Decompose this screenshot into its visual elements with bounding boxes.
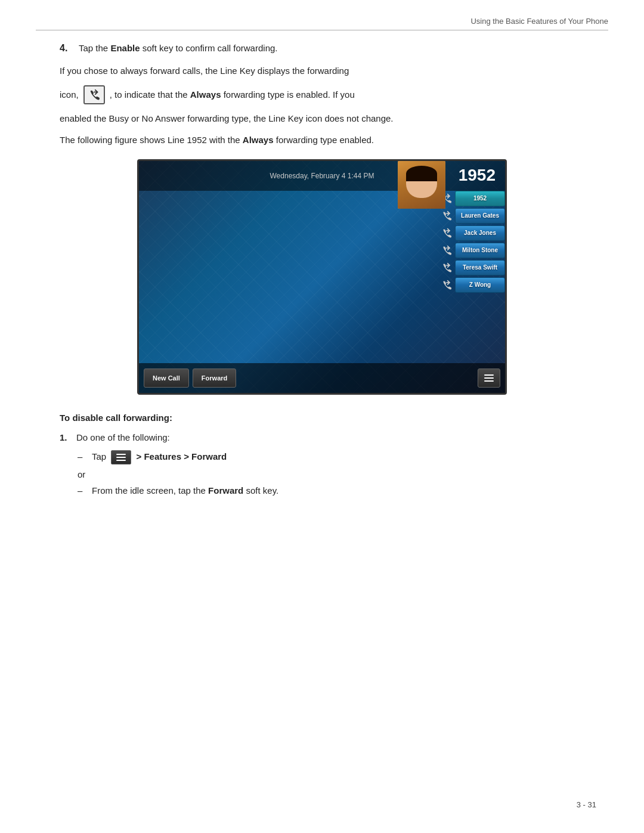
svg-rect-5 <box>116 460 126 461</box>
line-key-4-btn[interactable]: Milton Stone <box>455 243 505 258</box>
line-key-3-icon <box>439 226 454 240</box>
line-key-5-icon <box>439 261 454 275</box>
disable-section: To disable call forwarding: 1. Do one of… <box>60 413 584 498</box>
line-key-5-btn[interactable]: Teresa Swift <box>455 260 505 275</box>
bullet-1: – Tap > Features > Forward <box>78 450 584 465</box>
header-title: Using the Basic Features of Your Phone <box>470 17 608 26</box>
para2: icon, , to indicate that the Always forw… <box>60 85 584 104</box>
line-key-3[interactable]: Jack Jones <box>439 225 505 241</box>
step-4-text: Tap the Enable soft key to confirm call … <box>79 42 277 55</box>
bullet-1-bold: > Features > Forward <box>137 451 227 462</box>
step-4-number: 4. <box>60 43 72 54</box>
line-key-6-icon <box>439 278 454 292</box>
line-key-6-btn[interactable]: Z Wong <box>455 277 505 293</box>
bullet-2-text: From the idle screen, tap the Forward so… <box>92 484 278 498</box>
or-separator: or <box>78 469 584 479</box>
bullet-1-dash: – <box>78 451 86 462</box>
line-key-2-icon <box>439 209 454 223</box>
page-number: 3 - 31 <box>577 800 596 809</box>
svg-rect-4 <box>116 457 126 458</box>
para2-start: icon, <box>60 88 79 102</box>
line-key-1[interactable]: 1952 <box>439 191 505 206</box>
menu-softkey[interactable] <box>478 368 500 388</box>
phone-softkeys-bar: New Call Forward <box>139 363 505 393</box>
svg-rect-2 <box>484 380 494 382</box>
line-key-4[interactable]: Milton Stone <box>439 243 505 258</box>
para4: The following figure shows Line 1952 wit… <box>60 133 584 147</box>
forward-icon-inline <box>83 85 105 104</box>
avatar-image <box>398 161 445 209</box>
line-keys-panel: 1952 Lauren Gates <box>439 161 505 363</box>
para1: If you chose to always forward calls, th… <box>60 64 584 78</box>
content-area: 4. Tap the Enable soft key to confirm ca… <box>60 42 584 503</box>
forward-softkey[interactable]: Forward <box>193 368 236 388</box>
line-key-2[interactable]: Lauren Gates <box>439 208 505 224</box>
disable-heading: To disable call forwarding: <box>60 413 584 423</box>
phone-datetime: Wednesday, February 4 1:44 PM <box>270 172 374 180</box>
phone-screen: Wednesday, February 4 1:44 PM 1952 <box>137 159 507 395</box>
step-1-text: Do one of the following: <box>76 431 170 445</box>
page-header: Using the Basic Features of Your Phone <box>470 17 608 26</box>
line-key-2-btn[interactable]: Lauren Gates <box>455 208 505 224</box>
para2-mid: , to indicate that the Always forwarding… <box>110 88 355 102</box>
line-key-6[interactable]: Z Wong <box>439 277 505 293</box>
bullet-2-dash: – <box>78 485 86 496</box>
line-key-3-btn[interactable]: Jack Jones <box>455 225 505 241</box>
svg-rect-0 <box>484 374 494 376</box>
new-call-softkey[interactable]: New Call <box>144 368 189 388</box>
step-1-number: 1. <box>60 432 70 442</box>
header-divider <box>36 30 608 30</box>
step-4-container: 4. Tap the Enable soft key to confirm ca… <box>60 42 584 55</box>
bullet-1-text: Tap > Features > Forward <box>92 450 227 465</box>
avatar-hair <box>406 166 437 181</box>
phone-avatar <box>398 161 445 209</box>
phone-screen-wrapper: Wednesday, February 4 1:44 PM 1952 <box>60 159 584 395</box>
bullet-2: – From the idle screen, tap the Forward … <box>78 484 584 498</box>
disable-step-1: 1. Do one of the following: <box>60 431 584 445</box>
svg-rect-1 <box>484 377 494 379</box>
line-key-1-btn[interactable]: 1952 <box>455 191 505 206</box>
line-key-5[interactable]: Teresa Swift <box>439 260 505 275</box>
line-key-4-icon <box>439 243 454 258</box>
para3: enabled the Busy or No Answer forwarding… <box>60 112 584 126</box>
menu-icon-bullet <box>111 450 131 465</box>
svg-rect-3 <box>116 454 126 455</box>
